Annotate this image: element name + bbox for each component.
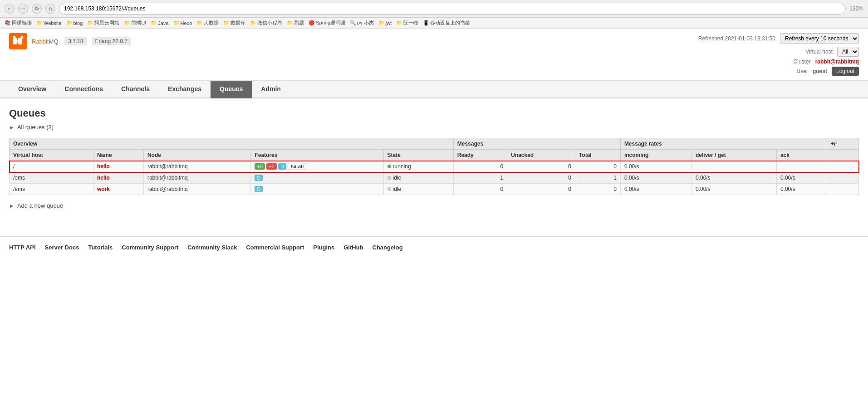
footer-link-github[interactable]: GitHub <box>343 244 363 251</box>
cell-features: D <box>251 172 383 184</box>
bookmark-spring[interactable]: 🔴 Spring源码强 <box>309 20 345 26</box>
bookmark-blog[interactable]: 📁 blog <box>66 20 83 26</box>
cell-unacked: 0 <box>507 172 575 184</box>
bookmark-brushing[interactable]: 📁 刷题 <box>287 20 304 26</box>
user-label: User <box>797 68 808 74</box>
cell-deliver-get: 0.00/s <box>691 172 776 184</box>
bookmarks-bar: 📚 网课链接 📁 Website 📁 blog 📁 阿里云网站 📁 前端UI 📁… <box>0 18 868 29</box>
bookmark-mobile[interactable]: 📱 移动设备上的书签 <box>423 20 470 26</box>
browser-bar: ← → ↻ ⌂ 120% <box>0 0 868 18</box>
cell-name[interactable]: hello <box>93 172 143 184</box>
state-idle: idle <box>387 186 450 192</box>
cell-name[interactable]: hello <box>93 161 143 172</box>
zoom-level: 120% <box>849 5 863 12</box>
page-content: Queues ► All queues (3) Overview Message… <box>0 98 868 218</box>
col-total: Total <box>575 150 620 161</box>
state-dot-icon <box>387 187 391 191</box>
state-running: running <box>387 163 450 170</box>
cell-name[interactable]: work <box>93 184 143 195</box>
nav-exchanges[interactable]: Exchanges <box>159 81 211 98</box>
forward-button[interactable]: → <box>18 4 28 14</box>
cell-ack: 0.00/s <box>776 184 827 195</box>
bookmark-java[interactable]: 📁 Java <box>151 20 168 26</box>
footer-link-changelog[interactable]: Changelog <box>373 244 403 251</box>
logout-button[interactable]: Log out <box>832 67 859 76</box>
nav-channels[interactable]: Channels <box>112 81 159 98</box>
table-row: / hello rabbit@rabbitmq +0 +2 D ha-all r… <box>10 161 859 172</box>
col-name: Name <box>93 150 143 161</box>
feature-badge-plus2: +2 <box>266 163 277 170</box>
refreshed-timestamp: Refreshed 2021-01-03 13:31:50 <box>698 35 775 42</box>
cell-unacked: 0 <box>507 161 575 172</box>
footer-link-community-support[interactable]: Community Support <box>122 244 178 251</box>
cell-vhost: /ems <box>10 172 93 184</box>
cell-node: rabbit@rabbitmq <box>143 161 251 172</box>
table-row: /ems work rabbit@rabbitmq D idle 0 0 0 0… <box>10 184 859 195</box>
cell-extra <box>827 184 858 195</box>
vhost-label: Virtual host <box>805 49 833 55</box>
vhost-row: Virtual host All <box>698 47 859 57</box>
address-bar[interactable] <box>59 3 846 15</box>
nav-admin[interactable]: Admin <box>252 81 290 98</box>
all-queues-toggle[interactable]: ► All queues (3) <box>9 124 859 131</box>
cell-total: 0 <box>575 161 620 172</box>
footer-link-http-api[interactable]: HTTP API <box>9 244 36 251</box>
app-header: RabbitMQ. 3.7.18 Erlang 22.0.7 Refreshed… <box>0 29 868 81</box>
cell-state: idle <box>383 172 453 184</box>
feature-badge-d: D <box>255 186 263 192</box>
logo-rabbit-text: Rabbit <box>32 38 49 45</box>
state-dot-icon <box>387 165 391 168</box>
cell-state: idle <box>383 184 453 195</box>
home-button[interactable]: ⌂ <box>45 4 55 14</box>
vhost-select[interactable]: All <box>837 47 859 57</box>
cell-node: rabbit@rabbitmq <box>143 172 251 184</box>
cell-ack: 0.00/s <box>776 172 827 184</box>
bookmark-wangke[interactable]: 📚 网课链接 <box>5 20 32 26</box>
refresh-info: Refreshed 2021-01-03 13:31:50 No refresh… <box>698 33 859 44</box>
feature-badge-ha-all: ha-all <box>288 163 306 170</box>
add-queue-section[interactable]: ► Add a new queue <box>9 202 859 209</box>
cell-ack <box>776 161 827 172</box>
table-row: /ems hello rabbit@rabbitmq D idle 1 0 1 … <box>10 172 859 184</box>
bookmark-py[interactable]: 🔍 py 小杰 <box>350 20 374 26</box>
back-button[interactable]: ← <box>5 4 15 14</box>
cell-incoming: 0.00/s <box>620 184 691 195</box>
bookmark-wechat[interactable]: 📁 微信小程序 <box>250 20 282 26</box>
cell-total: 0 <box>575 184 620 195</box>
col-incoming: incoming <box>620 150 691 161</box>
col-ack: ack <box>776 150 827 161</box>
footer-link-community-slack[interactable]: Community Slack <box>187 244 237 251</box>
add-queue-label: Add a new queue <box>17 202 63 209</box>
cell-deliver-get <box>691 161 776 172</box>
bookmark-bigdata[interactable]: 📁 大数据 <box>196 20 219 26</box>
plus-minus-btn[interactable]: +/- <box>827 138 858 150</box>
cell-deliver-get: 0.00/s <box>691 184 776 195</box>
footer-link-tutorials[interactable]: Tutorials <box>88 244 113 251</box>
refresh-select[interactable]: No refreshRefresh every 5 secondsRefresh… <box>780 33 859 44</box>
bookmark-db[interactable]: 📁 数据库 <box>223 20 245 26</box>
cell-vhost: /ems <box>10 184 93 195</box>
bookmark-hexo[interactable]: 📁 Hexo <box>173 20 192 26</box>
cell-extra <box>827 172 858 184</box>
col-extra <box>827 150 858 161</box>
footer-link-server-docs[interactable]: Server Docs <box>45 244 79 251</box>
bookmark-jwt[interactable]: 📁 jwt <box>378 20 392 26</box>
toggle-arrow-icon: ► <box>9 124 15 131</box>
reload-button[interactable]: ↻ <box>32 4 42 14</box>
nav-connections[interactable]: Connections <box>55 81 112 98</box>
user-name: guest <box>813 68 827 74</box>
cell-features: D <box>251 184 383 195</box>
cell-features: +0 +2 D ha-all <box>251 161 383 172</box>
cell-ready: 0 <box>453 184 507 195</box>
cell-ready: 1 <box>453 172 507 184</box>
bookmark-frontend[interactable]: 📁 前端UI <box>124 20 146 26</box>
footer-link-plugins[interactable]: Plugins <box>313 244 334 251</box>
footer: HTTP API Server Docs Tutorials Community… <box>0 236 868 258</box>
bookmark-website[interactable]: 📁 Website <box>36 20 62 26</box>
nav-queues[interactable]: Queues <box>211 81 252 98</box>
bookmark-aliyun[interactable]: 📁 阿里云网站 <box>87 20 119 26</box>
footer-link-commercial-support[interactable]: Commercial Support <box>246 244 304 251</box>
bookmark-ruan[interactable]: 📁 阮一峰 <box>396 20 418 26</box>
nav-overview[interactable]: Overview <box>9 81 55 98</box>
cell-node: rabbit@rabbitmq <box>143 184 251 195</box>
